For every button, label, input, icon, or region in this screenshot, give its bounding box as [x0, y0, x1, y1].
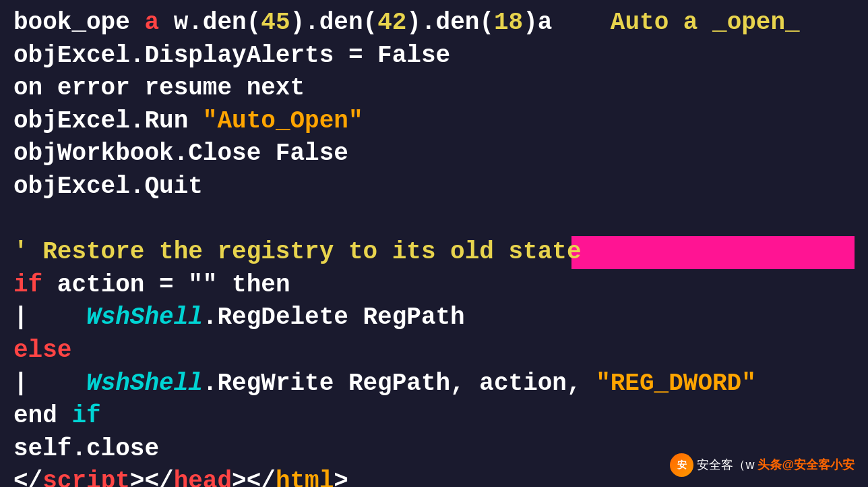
code-line-11: else: [13, 335, 855, 368]
code-line-8: ' Restore the registry to its old state: [13, 236, 855, 269]
code-text: "Auto_Open": [203, 105, 363, 138]
code-line-10: | WshShell.RegDelete RegPath: [13, 302, 855, 335]
code-line-7: [13, 204, 855, 237]
code-text: |: [13, 302, 86, 335]
code-text: [159, 7, 174, 40]
code-text: .RegWrite RegPath, action,: [203, 368, 596, 401]
code-line-2: objExcel.DisplayAlerts = False: [13, 40, 855, 73]
code-text: on error resume next: [13, 72, 305, 105]
code-line-13: end if: [13, 400, 855, 433]
code-text: Auto a _open_: [611, 7, 800, 40]
code-text: book_ope: [13, 7, 144, 40]
code-text: [13, 204, 28, 237]
code-text: w: [174, 7, 189, 40]
watermark-brand: 头条@安全客小安: [757, 457, 855, 473]
code-text: 18: [494, 7, 523, 40]
code-tag-head: head: [174, 465, 232, 487]
watermark: 安 安全客（w 头条@安全客小安: [670, 453, 855, 477]
code-text: a: [144, 7, 159, 40]
code-text: ' Restore the registry to its old state: [13, 236, 582, 269]
code-keyword-else: else: [13, 335, 71, 368]
watermark-avatar: 安: [670, 453, 693, 477]
code-text: self.close: [13, 433, 159, 466]
code-text: 42: [377, 7, 406, 40]
code-text: 45: [261, 7, 290, 40]
code-text: .den(: [188, 7, 261, 40]
code-text: objWorkbook.Close False: [13, 138, 348, 171]
code-text: .RegDelete RegPath: [203, 302, 465, 335]
code-line-1: book_ope a w.den(45).den(42).den(18)a Au…: [13, 7, 855, 40]
code-object: WshShell: [86, 368, 203, 401]
code-text: )a: [523, 7, 611, 40]
code-line-4: objExcel.Run "Auto_Open": [13, 105, 855, 138]
code-text: end: [13, 400, 71, 433]
code-tag-html: html: [276, 465, 334, 487]
code-keyword-if: if: [13, 269, 42, 302]
code-tag-script: script: [42, 465, 130, 487]
code-text: </: [13, 465, 42, 487]
code-text: objExcel.Quit: [13, 171, 203, 204]
code-text: objExcel.DisplayAlerts = False: [13, 40, 450, 73]
code-line-12: | WshShell.RegWrite RegPath, action, "RE…: [13, 368, 855, 401]
code-string: "REG_DWORD": [596, 368, 756, 401]
code-text: ></: [130, 465, 174, 487]
code-keyword-if: if: [71, 400, 100, 433]
code-line-3: on error resume next: [13, 72, 855, 105]
code-object: WshShell: [86, 302, 203, 335]
code-editor: book_ope a w.den(45).den(42).den(18)a Au…: [0, 0, 868, 487]
highlight-decoration: [571, 236, 855, 269]
code-text: ).den(: [290, 7, 378, 40]
code-text: ></: [232, 465, 276, 487]
code-keyword-then: then: [232, 269, 290, 302]
code-line-5: objWorkbook.Close False: [13, 138, 855, 171]
code-text: ).den(: [406, 7, 494, 40]
code-line-6: objExcel.Quit: [13, 171, 855, 204]
code-text: action = "": [42, 269, 232, 302]
code-text: >: [334, 465, 348, 487]
watermark-text: 安全客（w: [697, 457, 754, 473]
code-line-9: if action = "" then: [13, 269, 855, 302]
code-text: objExcel.Run: [13, 105, 203, 138]
code-text: |: [13, 368, 86, 401]
